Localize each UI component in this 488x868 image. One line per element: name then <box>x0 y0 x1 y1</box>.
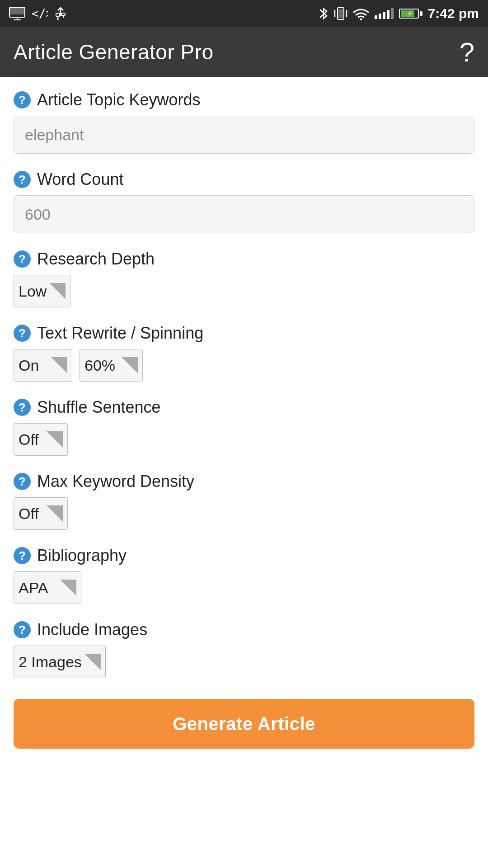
bibliography-label: ? Bibliography <box>14 546 474 565</box>
max-keyword-density-arrow <box>47 505 63 522</box>
word-count-field-group: ? Word Count <box>14 170 474 233</box>
max-keyword-density-dropdown[interactable]: Off <box>14 497 68 530</box>
shuffle-sentence-dropdown[interactable]: Off <box>14 423 68 456</box>
svg-rect-8 <box>61 13 65 15</box>
svg-text:</>: </> <box>32 7 48 20</box>
research-depth-label: ? Research Depth <box>14 250 474 269</box>
keywords-help-icon[interactable]: ? <box>14 91 31 108</box>
status-bar: </> <box>0 0 488 27</box>
include-images-label: ? Include Images <box>14 620 474 639</box>
generate-article-button[interactable]: Generate Article <box>14 699 474 749</box>
app-title: Article Generator Pro <box>14 40 214 64</box>
text-rewrite-onoff-dropdown[interactable]: On <box>14 349 72 382</box>
text-rewrite-label: ? Text Rewrite / Spinning <box>14 324 474 343</box>
keywords-field-group: ? Article Topic Keywords <box>14 90 474 154</box>
bibliography-dropdown[interactable]: APA <box>14 571 81 604</box>
research-depth-field-group: ? Research Depth Low <box>14 250 474 307</box>
monitor-icon <box>9 7 25 20</box>
research-depth-arrow <box>49 283 66 299</box>
keywords-label: ? Article Topic Keywords <box>14 90 474 109</box>
svg-point-10 <box>57 18 59 20</box>
status-time: 7:42 pm <box>428 6 479 21</box>
status-right-icons: ⚡ 7:42 pm <box>319 6 479 21</box>
text-rewrite-onoff-arrow <box>51 357 67 373</box>
text-rewrite-field-group: ? Text Rewrite / Spinning On 60% <box>14 324 474 382</box>
bibliography-help-icon[interactable]: ? <box>14 547 31 564</box>
word-count-input[interactable] <box>14 195 474 233</box>
shuffle-sentence-arrow <box>47 431 63 448</box>
svg-point-16 <box>360 19 362 21</box>
bibliography-field-group: ? Bibliography APA <box>14 546 474 604</box>
help-button[interactable]: ? <box>460 37 474 68</box>
keywords-input[interactable] <box>14 116 474 154</box>
text-rewrite-percent-value: 60% <box>84 357 122 374</box>
include-images-field-group: ? Include Images 2 Images <box>14 620 474 678</box>
text-rewrite-onoff-value: On <box>19 357 51 374</box>
research-depth-dropdown[interactable]: Low <box>14 275 70 307</box>
shuffle-sentence-field-group: ? Shuffle Sentence Off <box>14 398 474 456</box>
max-keyword-density-label: ? Max Keyword Density <box>14 472 474 491</box>
shuffle-sentence-value: Off <box>19 431 47 448</box>
research-depth-help-icon[interactable]: ? <box>14 250 31 268</box>
svg-rect-7 <box>56 13 60 16</box>
usb-icon <box>54 7 67 20</box>
include-images-value: 2 Images <box>19 653 84 671</box>
include-images-arrow <box>84 654 101 670</box>
max-keyword-density-value: Off <box>19 505 47 523</box>
research-depth-value: Low <box>19 283 49 300</box>
word-count-help-icon[interactable]: ? <box>14 171 31 188</box>
signal-icon <box>375 8 394 19</box>
max-keyword-density-field-group: ? Max Keyword Density Off <box>14 472 474 530</box>
bibliography-value: APA <box>19 579 60 597</box>
include-images-dropdown[interactable]: 2 Images <box>14 646 106 678</box>
svg-rect-1 <box>9 7 25 14</box>
wifi-icon <box>353 7 369 20</box>
vibrate-icon <box>334 6 347 21</box>
main-content: ? Article Topic Keywords ? Word Count ? … <box>0 77 488 868</box>
status-left-icons: </> <box>9 7 67 20</box>
code-icon: </> <box>32 7 48 20</box>
word-count-label: ? Word Count <box>14 170 474 189</box>
bluetooth-icon <box>319 6 328 21</box>
shuffle-sentence-help-icon[interactable]: ? <box>14 399 31 416</box>
include-images-help-icon[interactable]: ? <box>14 621 31 638</box>
bibliography-arrow <box>60 580 76 596</box>
text-rewrite-help-icon[interactable]: ? <box>14 325 31 342</box>
battery-icon: ⚡ <box>399 9 422 19</box>
text-rewrite-percent-arrow <box>122 357 138 373</box>
svg-rect-13 <box>338 9 343 18</box>
text-rewrite-controls: On 60% <box>14 349 474 382</box>
app-bar: Article Generator Pro ? <box>0 27 488 77</box>
shuffle-sentence-label: ? Shuffle Sentence <box>14 398 474 417</box>
max-keyword-density-help-icon[interactable]: ? <box>14 473 31 490</box>
text-rewrite-percent-dropdown[interactable]: 60% <box>80 349 143 382</box>
